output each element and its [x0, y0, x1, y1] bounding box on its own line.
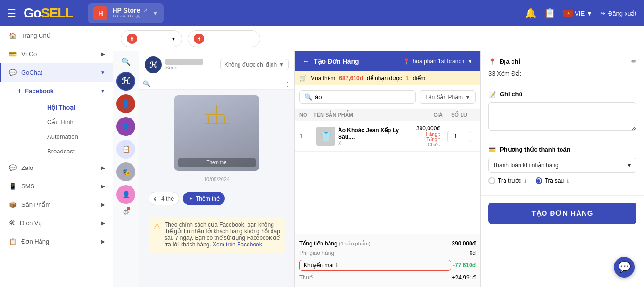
summary-tax-label: Thuế [299, 274, 313, 281]
radio-after-dot [536, 177, 542, 184]
assign-dropdown[interactable]: Không được chỉ định ▼ [220, 59, 289, 70]
channel-select-1[interactable]: H ▼ [121, 30, 182, 47]
radio-before-dot [488, 177, 495, 184]
branch-pin-icon: 📍 [403, 58, 410, 65]
flag-icon: ★ [563, 10, 573, 17]
messenger-fab[interactable]: 💬 [614, 257, 635, 278]
search-icon-btn[interactable]: 🔍 [119, 55, 132, 68]
product-stock: Hàng t [402, 132, 440, 137]
back-button[interactable]: ← [302, 57, 310, 66]
order-summary: Tổng tiền hàng (1 sản phẩm) 390,000đ Phí… [295, 234, 480, 287]
sidebar-item-broadcast[interactable]: Broadcast [23, 144, 113, 159]
product-table-header: NO TÊN SẢN PHẨM GIÁ SỐ LU [295, 109, 480, 121]
note-textarea[interactable] [488, 102, 636, 131]
branch-name: hoa.phan 1st branch [413, 58, 464, 65]
facebook-icon: f [18, 87, 20, 94]
sidebar-label-san-pham: Sản Phẩm [21, 201, 50, 208]
product-filter-dropdown[interactable]: Tên Sản Phẩm ▼ [420, 90, 476, 104]
product-qty-input[interactable] [447, 131, 471, 142]
product-search-icon: 🔍 [305, 93, 312, 101]
radio-after[interactable]: Trả sau ℹ [536, 177, 569, 184]
gochat-arrow: ▼ [100, 70, 105, 75]
content-area: H ▼ H 🔍 ℋ 👤 👤 [113, 26, 644, 287]
add-tag-button[interactable]: ＋ Thêm thẻ [183, 192, 225, 205]
upsell-text3: điểm [413, 75, 425, 82]
conversation-item-2[interactable]: 👤 [116, 94, 135, 113]
payment-title-label: Phương thức thanh toán [500, 146, 570, 153]
summary-tax-value: +24,991đ [452, 274, 476, 281]
sidebar-item-gochat[interactable]: 💬 GoChat ▼ [0, 63, 113, 82]
sidebar-item-sms[interactable]: 📱 SMS ▶ [0, 177, 113, 195]
warning-box: ⚠ Theo chính sách của Facebook, bạn khôn… [149, 217, 285, 253]
tools-search-icon[interactable]: 🔍 [143, 80, 150, 87]
wallet-icon: 💳 [9, 51, 17, 58]
conversation-item-1[interactable]: ℋ [116, 72, 135, 91]
sidebar-item-vi-go[interactable]: 💳 Ví Go ▶ [0, 45, 113, 63]
create-order-button[interactable]: TẠO ĐƠN HÀNG [488, 203, 636, 224]
tag-count-button[interactable]: 🏷 4 thẻ [149, 192, 179, 205]
language-selector[interactable]: ★ VIE ▼ [563, 10, 593, 17]
conversation-item-6[interactable]: 👤 [116, 185, 135, 204]
product-price-col: 390,000đ Hàng t Tổng t Chiếc [402, 125, 440, 147]
sidebar-label-sms: SMS [21, 183, 34, 190]
conversation-item-3[interactable]: 👤 [116, 117, 135, 136]
logout-label: Đăng xuất [608, 10, 636, 17]
sidebar-item-zalo[interactable]: 💬 Zalo ▶ [0, 159, 113, 177]
facebook-submenu: Hội Thoại Cấu Hình Automation Broadcast [8, 100, 113, 159]
order-header: ← Tạo Đơn Hàng 📍 hoa.phan 1st branch ▼ [295, 51, 480, 71]
sidebar-item-san-pham[interactable]: 📦 Sản Phẩm ▶ [0, 195, 113, 214]
sidebar: 🏠 Trang Chủ 💳 Ví Go ▶ 💬 GoChat ▼ f Faceb… [0, 26, 113, 287]
avatar-6-icon: 👤 [122, 191, 130, 198]
chat-panel: 🔍 ℋ 👤 👤 📋 🎭 👤 [113, 51, 644, 287]
store-info[interactable]: H HP Store ↗ *** *** *** 👁 ▼ [88, 3, 164, 23]
sidebar-item-trang-chu[interactable]: 🏠 Trang Chủ [0, 26, 113, 45]
payment-method-select[interactable]: Thanh toán khi nhận hàng ▼ [488, 158, 636, 173]
sidebar-label-don-hang: Đơn Hàng [21, 238, 49, 245]
image-overlay-text: Them the [206, 160, 226, 165]
lang-chevron-icon: ▼ [586, 10, 593, 17]
product-search-input[interactable] [315, 93, 411, 101]
warning-link[interactable]: Xem trên Facebook [213, 241, 262, 248]
channel-select-2[interactable]: H [188, 30, 260, 47]
sidebar-item-automation[interactable]: Automation [23, 129, 113, 144]
sidebar-item-facebook[interactable]: f Facebook ▼ [8, 82, 113, 100]
warning-text: Theo chính sách của Facebook, bạn không … [165, 221, 280, 248]
summary-tax-row: Thuế +24,991đ [299, 273, 476, 282]
address-edit-icon[interactable]: ✏ [631, 58, 636, 65]
sidebar-item-cau-hinh[interactable]: Cấu Hình [23, 115, 113, 129]
chat-header: ℋ Seen Không được chỉ định ▼ [139, 51, 294, 78]
branch-selector[interactable]: 📍 hoa.phan 1st branch ▼ [403, 58, 473, 65]
message-timestamp: 10/05/2024 [145, 177, 289, 182]
tools-badge [127, 207, 130, 210]
product-thumbnail: 👕 [316, 127, 335, 146]
bell-icon[interactable]: 🔔 [525, 8, 537, 19]
sidebar-item-hoi-thoai[interactable]: Hội Thoại [23, 100, 113, 115]
conversation-item-5[interactable]: 🎭 [116, 162, 135, 181]
logout-button[interactable]: ↪ Đăng xuất [600, 10, 636, 17]
col-qty-header: SỐ LU [443, 112, 476, 118]
payment-section: 💳 Phương thức thanh toán Thanh toán khi … [481, 139, 644, 196]
sidebar-item-dich-vu[interactable]: 🛠 Dịch Vụ ▶ [0, 214, 113, 232]
chevron-down-icon[interactable]: ▼ [152, 10, 158, 17]
address-section: 📍 Địa chỉ ✏ 33 Xóm Đất [481, 51, 644, 84]
sidebar-label-trang-chu: Trang Chủ [21, 32, 50, 39]
assign-label: Không được chỉ định [224, 61, 277, 68]
chat-view: ℋ Seen Không được chỉ định ▼ 🔍 ⋮ [139, 51, 295, 287]
product-price: 390,000đ [402, 125, 440, 132]
conversation-item-4[interactable]: 📋 [116, 140, 135, 159]
sidebar-item-don-hang[interactable]: 📋 Đơn Hàng ▶ [0, 232, 113, 251]
col-no-header: NO [299, 112, 314, 118]
menu-icon[interactable]: ☰ [8, 8, 16, 19]
radio-after-label: Trả sau [545, 177, 564, 184]
home-icon: 🏠 [9, 32, 17, 39]
payment-chevron: ▼ [627, 162, 632, 169]
tools-more-icon[interactable]: ⋮ [284, 80, 290, 87]
radio-before[interactable]: Trả trước ℹ [488, 177, 526, 184]
promo-box[interactable]: Khuyến mãi ℹ [299, 260, 451, 271]
product-variant: X [338, 140, 399, 146]
address-icon: 📍 [488, 58, 496, 65]
order-title: Tạo Đơn Hàng [314, 58, 359, 65]
branch-chevron: ▼ [467, 58, 473, 65]
clipboard-icon[interactable]: 📋 [544, 8, 556, 19]
channel-1-chevron: ▼ [171, 36, 176, 42]
